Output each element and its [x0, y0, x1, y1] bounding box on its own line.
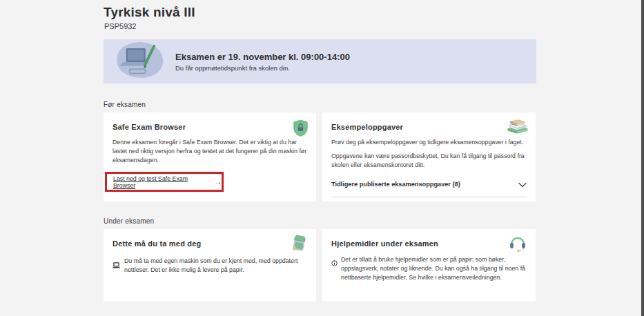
card-what-to-bring: Dette må du ta med deg Du må ta med egen…: [104, 229, 316, 302]
banner-exam-date: Eksamen er 19. november kl. 09:00-14:00: [175, 52, 350, 62]
download-seb-link[interactable]: Last ned og test Safe Exam Browser: [113, 175, 211, 189]
card-title: Dette må du ta med deg: [113, 239, 307, 248]
annotation-highlight-box: Last ned og test Safe Exam Browser →: [105, 172, 224, 192]
subject-code: PSP5932: [104, 22, 136, 30]
card-example-tasks: Eksempeloppgaver Prøv deg på eksempelopp…: [322, 112, 536, 201]
exam-info-banner: Eksamen er 19. november kl. 09:00-14:00 …: [104, 39, 536, 83]
scrollbar[interactable]: [641, 0, 644, 316]
list-item: Du må ta med egen maskin som du er kjent…: [113, 257, 307, 275]
banner-exam-note: Du får oppmøtetidspunkt fra skolen din.: [175, 64, 350, 72]
card-title: Safe Exam Browser: [113, 123, 307, 131]
card-exam-aids: Hjelpemidler under eksamen Det er tillat…: [322, 229, 536, 302]
card-paragraph: Prøv deg på eksempeloppgaver og tidliger…: [331, 138, 527, 147]
section-heading-before-exam: Før eksamen: [104, 101, 146, 108]
shield-lock-icon: [293, 119, 308, 139]
book-stack-icon: [506, 115, 529, 137]
laptop-icon: [113, 259, 120, 271]
list-item-text: Du må ta med egen maskin som du er kjent…: [124, 257, 307, 275]
section-heading-during-exam: Under eksamen: [104, 217, 154, 225]
accordion-label: Tidligere publiserte eksamensoppgaver (8…: [331, 181, 460, 188]
info-icon: [331, 257, 338, 269]
page-title: Tyrkisk nivå III: [104, 5, 195, 20]
aids-body-text: Det er tillatt å bruke hjelpemidler som …: [341, 255, 527, 283]
headphones-icon: [509, 235, 527, 255]
backpack-icon: [291, 233, 308, 256]
arrow-right-icon: →: [215, 178, 222, 186]
chevron-down-icon: [518, 178, 527, 190]
card-title: Eksempeloppgaver: [331, 123, 527, 131]
laptop-pencil-illustration-icon: [113, 41, 167, 82]
card-body: Denne eksamen foregår i Safe Exam Browse…: [113, 138, 307, 166]
info-row: Det er tillatt å bruke hjelpemidler som …: [331, 255, 527, 283]
previous-exam-tasks-accordion[interactable]: Tidligere publiserte eksamensoppgaver (8…: [331, 178, 527, 197]
card-title: Hjelpemidler under eksamen: [331, 239, 527, 248]
card-safe-exam-browser: Safe Exam Browser Denne eksamen foregår …: [104, 112, 316, 201]
card-paragraph: Oppgavene kan være passordbeskyttet. Du …: [331, 152, 527, 170]
